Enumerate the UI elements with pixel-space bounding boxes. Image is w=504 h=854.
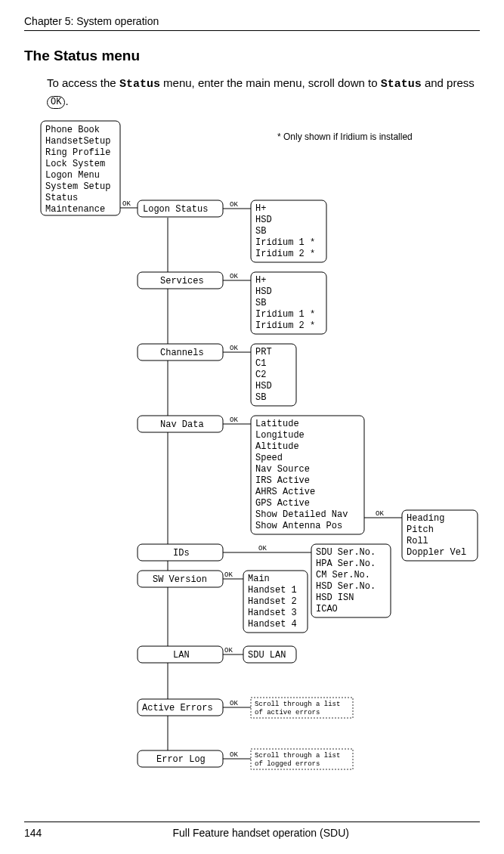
menu-tree-diagram: .box { fill:#fff; stroke:#000; stroke-wi…: [24, 117, 485, 782]
submenu-item: Heading: [407, 513, 444, 524]
ok-label: OK: [258, 545, 267, 552]
submenu-item: PRT: [255, 347, 272, 357]
submenu-item: Roll: [407, 536, 428, 546]
svg-text:Active Errors: Active Errors: [142, 703, 213, 713]
submenu-item: HPA Ser.No.: [316, 559, 376, 569]
ok-label: OK: [230, 700, 238, 707]
ok-label: OK: [230, 345, 238, 352]
body-text: and press: [425, 76, 475, 89]
submenu-item: C2: [255, 370, 266, 380]
body-text: .: [65, 94, 68, 107]
submenu-item: SB: [255, 298, 266, 308]
submenu-item: CM Ser.No.: [316, 570, 370, 580]
submenu-item: HSD Ser.No.: [316, 581, 376, 592]
page-number: 144: [24, 827, 42, 839]
ok-label: OK: [230, 751, 238, 759]
svg-text:Channels: Channels: [160, 348, 204, 358]
submenu-item: HSD: [255, 381, 272, 391]
menu-item: Ring Profile: [45, 147, 110, 158]
chapter-header: Chapter 5: System operation: [24, 15, 480, 31]
hint-text: of active errors: [255, 709, 320, 716]
logon-status-node: Logon Status: [138, 200, 223, 217]
menu-item: System Setup: [45, 181, 110, 192]
submenu-item: C1: [255, 358, 266, 369]
submenu-item: Latitude: [255, 419, 299, 429]
ok-label: OK: [224, 571, 233, 579]
submenu-item: Handset 1: [248, 585, 297, 596]
menu-item: Phone Book: [45, 125, 100, 135]
submenu-item: Handset 3: [248, 608, 297, 618]
ok-button-icon: OK: [47, 96, 65, 109]
menu-item: Logon Menu: [45, 170, 100, 181]
svg-text:Nav Data: Nav Data: [160, 419, 204, 430]
body-text: menu, enter the main menu, scroll down t…: [163, 76, 381, 89]
submenu-item: Iridium 1 *: [255, 309, 315, 320]
ok-label: OK: [122, 200, 131, 208]
footer-title: Full Feature handset operation (SDU): [24, 827, 480, 839]
lan-node: LAN: [138, 646, 223, 663]
submenu-item: HSD ISN: [316, 593, 354, 603]
hint-text: of logged errors: [255, 760, 320, 768]
submenu-item: Longitude: [255, 430, 305, 441]
menu-item: Lock System: [45, 159, 105, 169]
services-node: Services: [138, 272, 223, 289]
sw-version-node: SW Version: [138, 571, 223, 587]
submenu-item: Iridium 2 *: [255, 249, 315, 259]
submenu-item: Handset 4: [248, 619, 297, 630]
code-text: Status: [381, 78, 422, 91]
menu-item: Maintenance: [45, 204, 105, 215]
submenu-item: ICAO: [316, 604, 338, 614]
submenu-item: Speed: [255, 453, 283, 463]
code-text: Status: [119, 78, 160, 91]
menu-item: Status: [45, 193, 78, 203]
iridium-note: * Only shown if Iridium is installed: [277, 132, 413, 142]
channels-node: Channels: [138, 344, 223, 360]
section-title: The Status menu: [24, 48, 480, 64]
svg-text:Services: Services: [160, 276, 204, 286]
hint-text: Scroll through a list: [255, 701, 340, 708]
active-errors-node: Active Errors: [138, 699, 223, 716]
ok-label: OK: [230, 201, 238, 209]
submenu-item: Nav Source: [255, 464, 310, 475]
submenu-item: H+: [255, 275, 266, 286]
body-text: To access the: [47, 76, 119, 89]
ok-label: OK: [230, 273, 238, 280]
submenu-item: Handset 2: [248, 596, 297, 607]
ok-label: OK: [230, 416, 238, 424]
ok-label: OK: [224, 647, 233, 654]
ok-label: OK: [376, 510, 384, 518]
submenu-item: SB: [255, 392, 266, 403]
menu-item: HandsetSetup: [45, 136, 110, 147]
submenu-item: Pitch: [407, 524, 434, 535]
submenu-item: Doppler Vel: [407, 547, 466, 558]
submenu-item: Main: [248, 574, 270, 584]
ids-node: IDs: [138, 544, 223, 561]
submenu-item: H+: [255, 203, 266, 214]
submenu-item: Show Detailed Nav: [255, 509, 348, 520]
svg-text:SW Version: SW Version: [153, 574, 207, 585]
svg-text:Error Log: Error Log: [156, 754, 206, 765]
svg-text:IDs: IDs: [173, 548, 190, 559]
submenu-item: SDU LAN: [248, 650, 286, 661]
submenu-item: SB: [255, 226, 266, 237]
svg-text:LAN: LAN: [173, 650, 190, 661]
submenu-item: Iridium 2 *: [255, 320, 315, 331]
body-paragraph: To access the Status menu, enter the mai…: [47, 75, 480, 110]
submenu-item: HSD: [255, 286, 272, 297]
submenu-item: Iridium 1 *: [255, 237, 315, 248]
submenu-item: IRS Active: [255, 475, 310, 486]
submenu-item: Show Antenna Pos: [255, 521, 342, 531]
page-footer: 144 Full Feature handset operation (SDU): [24, 822, 480, 839]
submenu-item: AHRS Active: [255, 487, 315, 497]
svg-text:Logon Status: Logon Status: [143, 204, 208, 215]
hint-text: Scroll through a list: [255, 752, 340, 760]
submenu-item: GPS Active: [255, 498, 310, 509]
submenu-item: SDU Ser.No.: [316, 547, 376, 558]
submenu-item: Altitude: [255, 441, 299, 452]
submenu-item: HSD: [255, 215, 272, 225]
error-log-node: Error Log: [138, 750, 223, 767]
nav-data-node: Nav Data: [138, 416, 223, 432]
